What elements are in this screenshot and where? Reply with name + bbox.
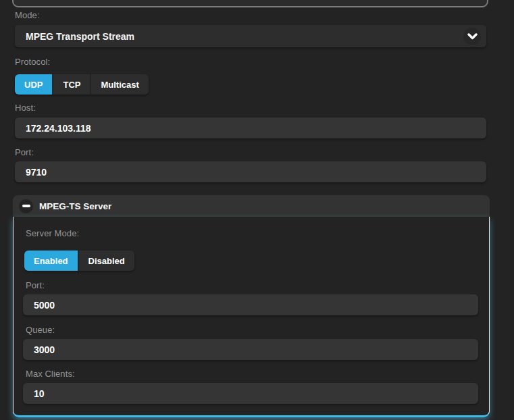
protocol-segmented-control: UDP TCP Multicast: [15, 74, 149, 95]
queue-label: Queue:: [26, 325, 55, 335]
mpegts-server-panel: MPEG-TS Server Server Mode: Enabled Disa…: [13, 195, 490, 417]
port-input[interactable]: [15, 161, 486, 182]
queue-input[interactable]: [23, 339, 478, 360]
max-clients-input[interactable]: [23, 383, 478, 404]
mpegts-server-panel-body: Server Mode: Enabled Disabled Port: Queu…: [13, 217, 490, 417]
protocol-option-udp[interactable]: UDP: [15, 74, 52, 95]
host-label: Host:: [15, 103, 36, 113]
mpegts-server-panel-header[interactable]: MPEG-TS Server: [13, 195, 490, 217]
mode-select[interactable]: MPEG Transport Stream: [15, 25, 486, 47]
max-clients-label: Max Clients:: [26, 369, 75, 379]
mode-select-value: MPEG Transport Stream: [26, 31, 463, 42]
server-port-input[interactable]: [23, 294, 478, 315]
collapse-minus-icon[interactable]: [19, 199, 33, 213]
server-mode-option-disabled[interactable]: Disabled: [78, 251, 134, 271]
server-mode-label: Server Mode:: [26, 228, 79, 238]
server-port-label: Port:: [26, 280, 45, 290]
protocol-label: Protocol:: [15, 57, 50, 67]
port-label: Port:: [15, 147, 34, 157]
settings-form: Mode: MPEG Transport Stream Protocol: UD…: [0, 0, 514, 420]
server-mode-segmented-control: Enabled Disabled: [24, 251, 134, 271]
offscreen-field-bottom[interactable]: [12, 0, 488, 7]
mode-label: Mode:: [15, 10, 40, 20]
chevron-down-icon: [463, 28, 481, 45]
mpegts-server-panel-title: MPEG-TS Server: [39, 201, 111, 211]
protocol-option-tcp[interactable]: TCP: [52, 74, 90, 95]
protocol-option-multicast[interactable]: Multicast: [90, 74, 148, 95]
host-input[interactable]: [15, 117, 486, 138]
server-mode-option-enabled[interactable]: Enabled: [24, 251, 78, 271]
